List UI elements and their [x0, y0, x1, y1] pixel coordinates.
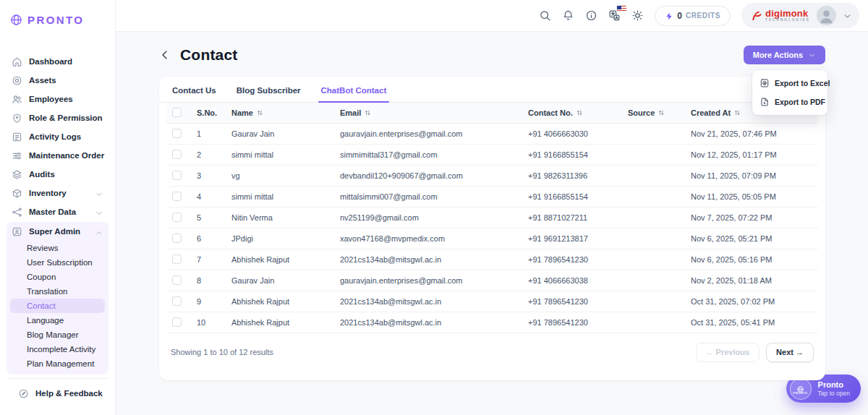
- row-checkbox[interactable]: [172, 129, 182, 138]
- sidebar-item-language[interactable]: Language: [10, 313, 105, 328]
- sort-icon[interactable]: [658, 109, 665, 116]
- column-header-content: Name: [231, 108, 328, 117]
- translate-icon[interactable]: [608, 9, 621, 22]
- sidebar-item-blog-manager[interactable]: Blog Manager: [10, 328, 105, 342]
- results-summary: Showing 1 to 10 of 12 results: [171, 348, 273, 356]
- app-logo[interactable]: PRONTO: [0, 0, 115, 39]
- content-area: Contact More Actions Export to ExcelExpo…: [116, 32, 868, 415]
- cell-select: [166, 144, 191, 165]
- sidebar-item-contact[interactable]: Contact: [10, 299, 105, 313]
- cell-contact-no: +91 4066663038: [522, 270, 622, 291]
- audits-icon: [12, 169, 22, 180]
- sidebar-item-assets[interactable]: Assets: [7, 71, 109, 90]
- sidebar-item-user-subscription[interactable]: User Subscription: [10, 255, 105, 270]
- sort-icon[interactable]: [576, 109, 583, 116]
- partner-subtitle: TECHNOLOGIES: [765, 19, 810, 22]
- chevron-down-icon: [95, 208, 103, 216]
- credits-label: CREDITS: [686, 12, 720, 20]
- cell-select: [166, 270, 191, 291]
- sidebar-item-coupon[interactable]: Coupon: [10, 270, 105, 284]
- select-all-checkbox[interactable]: [172, 108, 182, 117]
- back-button[interactable]: [159, 49, 171, 61]
- sidebar-item-label: Master Data: [29, 208, 76, 216]
- pdf-export-icon: [760, 97, 770, 107]
- row-checkbox[interactable]: [172, 192, 182, 201]
- sidebar-item-master-data[interactable]: Master Data: [7, 202, 109, 221]
- sidebar-item-label: Assets: [29, 76, 56, 85]
- bolt-icon: [665, 11, 673, 20]
- cell-source: [622, 270, 685, 291]
- row-checkbox[interactable]: [172, 296, 182, 306]
- sidebar-item-dashboard[interactable]: Dashboard: [7, 52, 109, 71]
- info-icon[interactable]: [585, 9, 597, 22]
- column-header-email[interactable]: Email: [334, 103, 522, 123]
- cell-contact-no: +91 9826311396: [522, 165, 622, 186]
- cell-name: vg: [226, 165, 334, 186]
- column-header-name[interactable]: Name: [226, 103, 334, 123]
- column-header-label: Contact No.: [528, 108, 573, 117]
- row-checkbox[interactable]: [172, 213, 182, 222]
- menu-item-export-to-excel[interactable]: Export to Excel: [757, 74, 823, 93]
- sidebar-item-help-feedback[interactable]: Help & Feedback: [13, 384, 102, 403]
- sidebar-items: DashboardAssetsEmployeesRole & Permissio…: [7, 52, 109, 221]
- tab-blog-subscriber[interactable]: Blog Subscriber: [236, 77, 302, 102]
- notifications-bell-icon[interactable]: [562, 9, 574, 22]
- chat-widget-title: Pronto: [818, 380, 850, 390]
- credits-badge[interactable]: 0 CREDITS: [655, 6, 731, 26]
- tab-contact-us[interactable]: Contact Us: [171, 77, 217, 102]
- contacts-table: S.No.NameEmailContact No.SourceCreated A…: [166, 103, 818, 333]
- cell-email: devbandil120+909067@gmail.com: [334, 165, 522, 186]
- sidebar-item-label: Help & Feedback: [35, 389, 103, 398]
- row-checkbox[interactable]: [172, 317, 182, 327]
- sidebar-item-activity-logs[interactable]: Activity Logs: [7, 127, 109, 146]
- sidebar-item-inventory[interactable]: Inventory: [7, 184, 109, 202]
- tab-chatbot-contact[interactable]: ChatBot Contact: [320, 77, 388, 102]
- row-checkbox[interactable]: [172, 171, 182, 180]
- table-footer: Showing 1 to 10 of 12 results ← Previous…: [159, 333, 825, 362]
- cell-sno: 3: [191, 165, 226, 186]
- sidebar-item-maintenance-order[interactable]: Maintenance Order: [7, 146, 109, 165]
- sidebar-item-audits[interactable]: Audits: [7, 165, 109, 184]
- profile-menu: digimonk TECHNOLOGIES: [741, 3, 859, 28]
- column-header-label: Created At: [691, 108, 731, 117]
- contacts-card: Contact UsBlog SubscriberChatBot Contact…: [159, 77, 825, 380]
- sidebar-item-plan-management[interactable]: Plan Management: [10, 356, 105, 371]
- sort-icon[interactable]: [364, 109, 371, 116]
- menu-item-export-to-pdf[interactable]: Export to PDF: [757, 93, 823, 111]
- search-icon[interactable]: [539, 9, 551, 22]
- sidebar-item-reviews[interactable]: Reviews: [10, 241, 105, 255]
- sidebar-item-super-admin[interactable]: Super Admin: [7, 222, 109, 241]
- avatar[interactable]: [817, 6, 836, 25]
- sidebar-item-employees[interactable]: Employees: [7, 90, 109, 108]
- cell-select: [166, 291, 191, 312]
- more-actions-button[interactable]: More Actions: [744, 46, 825, 64]
- cell-sno: 8: [191, 270, 226, 291]
- partner-logo[interactable]: digimonk TECHNOLOGIES: [751, 9, 810, 22]
- chevron-down-icon[interactable]: [843, 11, 852, 20]
- cell-name: Abhishek Rajput: [226, 312, 334, 333]
- theme-sun-icon[interactable]: [631, 9, 644, 22]
- cell-created-at: Nov 2, 2025, 01:18 AM: [685, 270, 818, 291]
- column-header-content: S.No.: [197, 108, 220, 117]
- previous-page-button[interactable]: ← Previous: [696, 343, 760, 362]
- column-header-content: Email: [340, 108, 516, 117]
- row-checkbox[interactable]: [172, 254, 182, 264]
- row-checkbox[interactable]: [172, 234, 182, 243]
- column-header-source[interactable]: Source: [622, 103, 685, 123]
- sort-icon[interactable]: [733, 109, 741, 116]
- next-page-button[interactable]: Next →: [766, 343, 814, 362]
- cell-source: [622, 186, 685, 207]
- sidebar-item-role-permission[interactable]: Role & Permission: [7, 108, 109, 127]
- row-checkbox[interactable]: [172, 150, 182, 159]
- employees-icon: [12, 94, 22, 105]
- main-column: 0 CREDITS digimonk TECHNOLOGIES Conta: [116, 0, 868, 415]
- menu-item-label: Export to PDF: [775, 98, 825, 106]
- column-header-contact-no[interactable]: Contact No.: [522, 103, 622, 123]
- sidebar-item-translation[interactable]: Translation: [10, 284, 105, 299]
- table-row: 7Abhishek Rajput2021cs134ab@mitsgwl.ac.i…: [166, 249, 818, 270]
- row-checkbox[interactable]: [172, 275, 182, 285]
- sort-icon[interactable]: [256, 109, 263, 116]
- table-row: 5Nitin Vermanv251199@gmail.com+91 887102…: [166, 207, 818, 228]
- sidebar-item-incomplete-activity[interactable]: Incomplete Activity: [10, 342, 105, 356]
- sidebar-item-label: Audits: [29, 170, 55, 179]
